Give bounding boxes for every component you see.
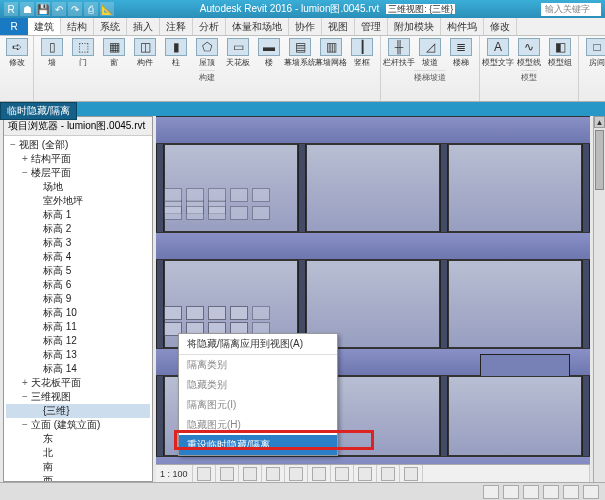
unhide-icon[interactable] xyxy=(358,467,372,481)
tab-structure[interactable]: 结构 xyxy=(61,18,94,35)
app-menu-icon[interactable]: R xyxy=(4,2,18,16)
tree-node[interactable]: −立面 (建筑立面) xyxy=(6,418,150,432)
reveal-hidden-icon[interactable] xyxy=(404,467,418,481)
cursor-icon: ➪ xyxy=(6,38,28,56)
menu-isolate-element[interactable]: 隔离图元(I) xyxy=(179,395,337,415)
tab-analyze[interactable]: 分析 xyxy=(193,18,226,35)
tree-node[interactable]: 场地 xyxy=(6,180,150,194)
tab-architecture[interactable]: 建筑 xyxy=(28,18,61,35)
temp-hide-icon[interactable] xyxy=(381,467,395,481)
project-tree[interactable]: −视图 (全部)+结构平面−楼层平面场地室外地坪标高 1标高 2标高 3标高 4… xyxy=(4,136,152,481)
undo-icon[interactable]: ↶ xyxy=(52,2,66,16)
rail-button[interactable]: ╫栏杆扶手 xyxy=(385,38,413,68)
cw1-button[interactable]: ▤幕墙系统 xyxy=(286,38,314,68)
tab-addins[interactable]: 附加模块 xyxy=(388,18,441,35)
hide-isolate-menu[interactable]: 将隐藏/隔离应用到视图(A) 隔离类别 隐藏类别 隔离图元(I) 隐藏图元(H)… xyxy=(178,333,338,456)
visual-style-icon[interactable] xyxy=(220,467,234,481)
col-button[interactable]: ▮柱 xyxy=(162,38,190,68)
ml-button[interactable]: ∿模型线 xyxy=(515,38,543,68)
tree-node[interactable]: 标高 4 xyxy=(6,250,150,264)
drag-on-select-icon[interactable] xyxy=(583,485,599,499)
measure-icon[interactable]: 📐 xyxy=(100,2,114,16)
tree-node[interactable]: 标高 11 xyxy=(6,320,150,334)
tree-node[interactable]: 标高 9 xyxy=(6,292,150,306)
menu-hide-element[interactable]: 隐藏图元(H) xyxy=(179,415,337,435)
menu-apply-to-view[interactable]: 将隐藏/隔离应用到视图(A) xyxy=(179,334,337,355)
tree-node[interactable]: 标高 10 xyxy=(6,306,150,320)
crop-view-icon[interactable] xyxy=(312,467,326,481)
menu-hide-category[interactable]: 隐藏类别 xyxy=(179,375,337,395)
detail-level-icon[interactable] xyxy=(197,467,211,481)
scroll-thumb[interactable] xyxy=(595,130,604,190)
scale-control[interactable]: 1 : 100 xyxy=(156,465,193,482)
app-tab[interactable]: R xyxy=(0,18,28,35)
floor-button[interactable]: ▬楼 xyxy=(255,38,283,68)
tree-node[interactable]: 标高 6 xyxy=(6,278,150,292)
tab-modify[interactable]: 修改 xyxy=(484,18,517,35)
selection-count-icon[interactable] xyxy=(543,485,559,499)
room-button[interactable]: □房间 xyxy=(583,38,605,68)
crop-region-icon[interactable] xyxy=(335,467,349,481)
tree-node[interactable]: 标高 1 xyxy=(6,208,150,222)
tree-node[interactable]: 西 xyxy=(6,474,150,481)
tree-node[interactable]: +天花板平面 xyxy=(6,376,150,390)
tree-node[interactable]: +结构平面 xyxy=(6,152,150,166)
tab-manage[interactable]: 管理 xyxy=(355,18,388,35)
mull-button[interactable]: ┃竖框 xyxy=(348,38,376,68)
design-options-icon[interactable] xyxy=(503,485,519,499)
tree-node[interactable]: 标高 12 xyxy=(6,334,150,348)
help-search[interactable]: 输入关键字 xyxy=(541,3,601,16)
tree-node[interactable]: 标高 14 xyxy=(6,362,150,376)
ramp-icon: ◿ xyxy=(419,38,441,56)
ceil-button[interactable]: ▭天花板 xyxy=(224,38,252,68)
roof-button[interactable]: ⬠屋顶 xyxy=(193,38,221,68)
mt-button[interactable]: A模型文字 xyxy=(484,38,512,68)
door-button[interactable]: ⬚门 xyxy=(69,38,97,68)
tab-systems[interactable]: 系统 xyxy=(94,18,127,35)
tree-node[interactable]: −三维视图 xyxy=(6,390,150,404)
tree-node[interactable]: 北 xyxy=(6,446,150,460)
tree-node[interactable]: 标高 13 xyxy=(6,348,150,362)
tree-node[interactable]: 标高 3 xyxy=(6,236,150,250)
render-icon[interactable] xyxy=(289,467,303,481)
vertical-scrollbar[interactable]: ▲ xyxy=(593,116,605,482)
sun-path-icon[interactable] xyxy=(243,467,257,481)
tree-node[interactable]: 室外地坪 xyxy=(6,194,150,208)
worksets-icon[interactable] xyxy=(483,485,499,499)
filter-icon[interactable] xyxy=(563,485,579,499)
tab-view[interactable]: 视图 xyxy=(322,18,355,35)
open-icon[interactable]: ☗ xyxy=(20,2,34,16)
editable-only-icon[interactable] xyxy=(523,485,539,499)
tab-insert[interactable]: 插入 xyxy=(127,18,160,35)
tree-node[interactable]: 东 xyxy=(6,432,150,446)
mg-button[interactable]: ◧模型组 xyxy=(546,38,574,68)
wall-button[interactable]: ▯墙 xyxy=(38,38,66,68)
print-icon[interactable]: ⎙ xyxy=(84,2,98,16)
ramp-button[interactable]: ◿坡道 xyxy=(416,38,444,68)
ribbon-tabs: R 建筑 结构 系统 插入 注释 分析 体量和场地 协作 视图 管理 附加模块 … xyxy=(0,18,605,36)
stair-button[interactable]: ≣楼梯 xyxy=(447,38,475,68)
tree-node[interactable]: −视图 (全部) xyxy=(6,138,150,152)
save-icon[interactable]: 💾 xyxy=(36,2,50,16)
project-browser[interactable]: 项目浏览器 - lumion图.0045.rvt −视图 (全部)+结构平面−楼… xyxy=(3,116,153,482)
ribbon-build-group: ▯墙⬚门▦窗◫构件▮柱⬠屋顶▭天花板▬楼▤幕墙系统▥幕墙网格┃竖框 构建 xyxy=(34,36,381,101)
3d-viewport[interactable]: 将隐藏/隔离应用到视图(A) 隔离类别 隐藏类别 隔离图元(I) 隐藏图元(H)… xyxy=(156,116,590,482)
shadows-icon[interactable] xyxy=(266,467,280,481)
tree-node[interactable]: 南 xyxy=(6,460,150,474)
redo-icon[interactable]: ↷ xyxy=(68,2,82,16)
tab-goujianwu[interactable]: 构件坞 xyxy=(441,18,484,35)
tab-annotate[interactable]: 注释 xyxy=(160,18,193,35)
scroll-up-icon[interactable]: ▲ xyxy=(594,116,605,128)
modify-button[interactable]: ➪ 修改 xyxy=(3,38,31,68)
tab-massing[interactable]: 体量和场地 xyxy=(226,18,289,35)
menu-isolate-category[interactable]: 隔离类别 xyxy=(179,355,337,375)
tree-node[interactable]: {三维} xyxy=(6,404,150,418)
tree-node[interactable]: 标高 5 xyxy=(6,264,150,278)
menu-reset-temp-hide[interactable]: 重设临时隐藏/隔离 xyxy=(179,435,337,455)
tree-node[interactable]: 标高 2 xyxy=(6,222,150,236)
window-button[interactable]: ▦窗 xyxy=(100,38,128,68)
tree-node[interactable]: −楼层平面 xyxy=(6,166,150,180)
tab-collab[interactable]: 协作 xyxy=(289,18,322,35)
comp-button[interactable]: ◫构件 xyxy=(131,38,159,68)
cw2-button[interactable]: ▥幕墙网格 xyxy=(317,38,345,68)
